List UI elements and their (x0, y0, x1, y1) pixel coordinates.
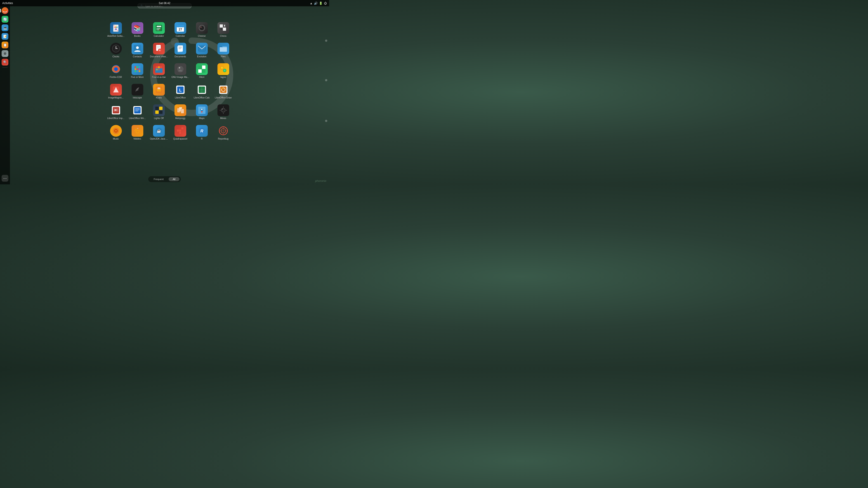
dock-item-notes[interactable]: 📋 (1, 41, 9, 49)
app-item-imagemagick[interactable]: ImageMagick... (106, 82, 125, 101)
gnuimage-label: GNU Image Ma... (172, 76, 189, 78)
svg-rect-96 (134, 107, 141, 113)
app-item-reportbug[interactable]: Reportbug (214, 123, 233, 142)
libreoffice-impress-label: LibreOffice Imp... (107, 117, 125, 120)
app-row-3: Firefox ESR Five or More Four-in-a-row G… (106, 61, 233, 80)
hitori-icon (196, 63, 208, 75)
svg-point-51 (138, 68, 141, 70)
app-item-aisleriot[interactable]: 🃏 AisleRiot Solita... (106, 20, 125, 39)
app-item-fivemore[interactable]: Five or More (128, 61, 147, 80)
fivemore-label: Five or More (131, 76, 144, 78)
app-item-calendar[interactable]: 27 Calendar (170, 20, 190, 39)
koala-icon (153, 84, 165, 96)
app-item-r[interactable]: R R (192, 123, 211, 142)
app-item-cheese[interactable]: Cheese (192, 20, 211, 39)
mahjongg-label: Mahjongg (176, 117, 185, 120)
svg-text:R: R (200, 129, 203, 133)
app-item-maps[interactable]: Maps (192, 103, 211, 121)
svg-point-121 (116, 131, 116, 131)
documents-label: Documents (175, 55, 186, 58)
svg-rect-38 (179, 48, 182, 48)
app-item-firefox[interactable]: Firefox ESR (106, 61, 125, 80)
app-item-openjdk[interactable]: ☕ OpenJDK Java ... (149, 123, 168, 142)
libreoffice-calc-label: LibreOffice Calc (194, 96, 210, 99)
app-item-contacts[interactable]: Contacts (128, 41, 147, 60)
app-item-iagno[interactable]: Iagno (214, 61, 233, 80)
svg-point-75 (136, 89, 138, 91)
svg-rect-100 (155, 107, 159, 110)
activities-button[interactable]: Activities (2, 2, 13, 5)
fivemore-icon (131, 63, 143, 75)
app-item-libreoffice-calc[interactable]: LibreOffice Calc (192, 82, 211, 101)
app-item-hitori[interactable]: Hitori (192, 61, 211, 80)
app-item-lightsoff[interactable]: Lights Off (149, 103, 168, 121)
dock-item-writer[interactable]: 📝 (1, 33, 9, 40)
nibbles-icon (131, 125, 143, 137)
svg-rect-103 (159, 110, 162, 114)
mines-icon (217, 104, 229, 116)
app-item-chess[interactable]: ♟ ♜ Chess (214, 20, 233, 39)
quadrapassel-icon (175, 125, 186, 137)
svg-point-45 (114, 67, 118, 71)
app-item-files[interactable]: Files (214, 41, 233, 60)
app-item-libreoffice-impress[interactable]: LibreOffice Imp... (106, 103, 125, 121)
app-item-clocks[interactable]: Clocks (106, 41, 125, 60)
reportbug-icon (217, 125, 229, 137)
app-item-calculator[interactable]: Calculator (149, 20, 168, 39)
volume-icon[interactable]: 🔊 (314, 2, 318, 5)
topbar-right-icons: ▲ 🔊 🔋 ⏻ (310, 2, 327, 5)
svg-point-28 (136, 46, 139, 49)
svg-rect-43 (220, 47, 227, 52)
dock-item-settings[interactable]: ⚙ (1, 50, 9, 57)
svg-rect-88 (220, 87, 226, 93)
svg-rect-30 (157, 46, 160, 46)
music-icon (110, 125, 122, 137)
books-icon: 📚 (131, 22, 143, 34)
svg-point-59 (156, 69, 158, 70)
app-item-libreoffice-writer[interactable]: LibreOffice Wri... (128, 103, 147, 121)
evolution-icon (196, 43, 208, 55)
app-item-inkscape[interactable]: Inkscape (128, 82, 147, 101)
app-item-gnuimage[interactable]: GNU Image Ma... (170, 61, 190, 80)
app-item-koala[interactable]: Koala (149, 82, 168, 101)
nibbles-label: Nibbles (133, 138, 141, 140)
inkscape-icon (131, 84, 143, 96)
app-item-mines[interactable]: Mines (214, 103, 233, 121)
libreoffice-draw-icon (217, 84, 229, 96)
app-item-nibbles[interactable]: Nibbles (128, 123, 147, 142)
network-icon[interactable]: ▲ (310, 2, 313, 5)
app-item-docview[interactable]: + Document View... (149, 41, 168, 60)
r-label: R (201, 138, 203, 140)
svg-rect-7 (158, 29, 159, 30)
dock-item-firefox[interactable]: 🦊 (1, 7, 9, 14)
app-item-quadrapassel[interactable]: Quadrapassel (170, 123, 190, 142)
imagemagick-label: ImageMagick... (108, 96, 124, 99)
app-item-evolution[interactable]: Evolution (192, 41, 211, 60)
app-item-fourinrow[interactable]: Four-in-a-row (149, 61, 168, 80)
contacts-icon (131, 43, 143, 55)
app-item-libreoffice[interactable]: L LibreOffice (170, 82, 190, 101)
aisleriot-icon: 🃏 (110, 22, 122, 34)
app-item-mahjongg[interactable]: Mahjongg (170, 103, 190, 121)
app-item-books[interactable]: 📚 Books (128, 20, 147, 39)
dock-item-virtualbox[interactable]: 💻 (1, 24, 9, 32)
dock-item-apps[interactable]: ⋯ (1, 174, 9, 182)
tab-all[interactable]: All (168, 177, 180, 181)
dock-item-updates[interactable]: 🔄 (1, 15, 9, 23)
koala-label: Koala (156, 96, 162, 99)
clocks-label: Clocks (112, 55, 119, 58)
svg-text:♟: ♟ (220, 27, 222, 31)
svg-rect-32 (157, 48, 159, 48)
app-item-documents[interactable]: Documents (170, 41, 190, 60)
svg-point-46 (134, 66, 136, 68)
firefox-label: Firefox ESR (110, 76, 122, 78)
tab-frequent[interactable]: Frequent (150, 177, 168, 181)
dock-item-search[interactable]: 🔍 (1, 58, 9, 66)
maps-icon (196, 104, 208, 116)
battery-icon[interactable]: 🔋 (319, 2, 322, 5)
app-item-music[interactable]: Music (106, 123, 125, 142)
app-item-libreoffice-draw[interactable]: LibreOffice Draw (214, 82, 233, 101)
svg-point-50 (136, 68, 138, 70)
svg-point-26 (116, 48, 116, 49)
power-icon[interactable]: ⏻ (324, 2, 327, 5)
